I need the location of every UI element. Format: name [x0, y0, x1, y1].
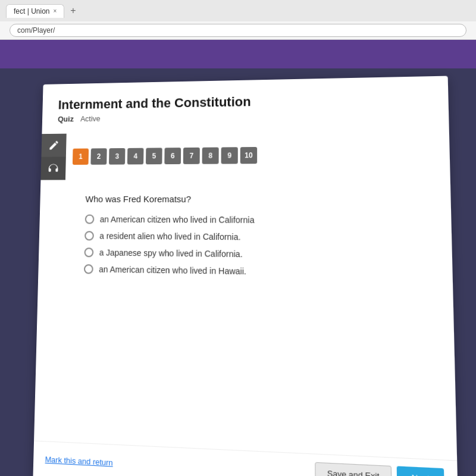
question-number-2[interactable]: 2 — [90, 148, 107, 165]
main-content: Internment and the Constitution Quiz Act… — [0, 68, 476, 476]
question-number-9[interactable]: 9 — [221, 147, 238, 164]
question-text: Who was Fred Korematsu? — [85, 194, 399, 205]
tab-close-button[interactable]: × — [53, 8, 57, 14]
side-icons — [40, 134, 66, 180]
tab-bar: fect | Union × + — [6, 4, 80, 18]
question-number-3[interactable]: 3 — [109, 148, 125, 165]
question-numbers: 12345678910 — [66, 147, 265, 165]
new-tab-button[interactable]: + — [67, 4, 79, 17]
quiz-status: Active — [80, 114, 101, 123]
question-number-10[interactable]: 10 — [240, 147, 257, 164]
footer-buttons: Save and Exit Next — [315, 462, 444, 476]
active-tab[interactable]: fect | Union × — [6, 4, 64, 18]
app-header — [0, 40, 476, 68]
mark-return-link[interactable]: Mark this and return — [45, 455, 113, 467]
question-number-7[interactable]: 7 — [183, 148, 200, 164]
answer-option-4[interactable]: an American citizen who lived in Hawaii. — [84, 264, 400, 278]
radio-option-2[interactable] — [84, 231, 94, 240]
question-number-5[interactable]: 5 — [146, 148, 162, 164]
browser-chrome: fect | Union × + — [0, 0, 476, 21]
url-input[interactable]: com/Player/ — [10, 24, 466, 37]
save-exit-button[interactable]: Save and Exit — [315, 462, 392, 476]
address-bar: com/Player/ — [0, 21, 476, 40]
next-button[interactable]: Next — [397, 466, 444, 476]
answer-text-1: an American citizen who lived in Califor… — [100, 215, 255, 225]
answer-option-3[interactable]: a Japanese spy who lived in California. — [84, 248, 400, 261]
question-number-8[interactable]: 8 — [202, 148, 219, 164]
quiz-title: Internment and the Constitution — [58, 91, 431, 113]
radio-option-1[interactable] — [85, 214, 95, 224]
answer-option-1[interactable]: an American citizen who lived in Califor… — [85, 214, 400, 226]
quiz-panel: Internment and the Constitution Quiz Act… — [33, 76, 458, 476]
radio-option-4[interactable] — [84, 264, 93, 274]
headphone-icon — [48, 162, 59, 174]
tab-title: fect | Union — [14, 7, 49, 15]
question-number-4[interactable]: 4 — [127, 148, 144, 165]
question-number-1[interactable]: 1 — [73, 148, 89, 164]
radio-option-3[interactable] — [84, 248, 94, 257]
pencil-icon-button[interactable] — [41, 134, 66, 157]
question-content: Who was Fred Korematsu? an American citi… — [34, 184, 457, 461]
answer-text-2: a resident alien who lived in California… — [99, 231, 240, 242]
answer-text-4: an American citizen who lived in Hawaii. — [99, 264, 246, 276]
question-number-6[interactable]: 6 — [164, 148, 181, 164]
question-bar: 12345678910 — [40, 126, 450, 184]
pencil-icon — [48, 139, 60, 151]
headphone-icon-button[interactable] — [40, 156, 65, 180]
quiz-label: Quiz — [58, 115, 74, 124]
answer-text-3: a Japanese spy who lived in California. — [99, 248, 243, 259]
answer-option-2[interactable]: a resident alien who lived in California… — [84, 231, 400, 243]
quiz-title-area: Internment and the Constitution Quiz Act… — [42, 76, 449, 131]
